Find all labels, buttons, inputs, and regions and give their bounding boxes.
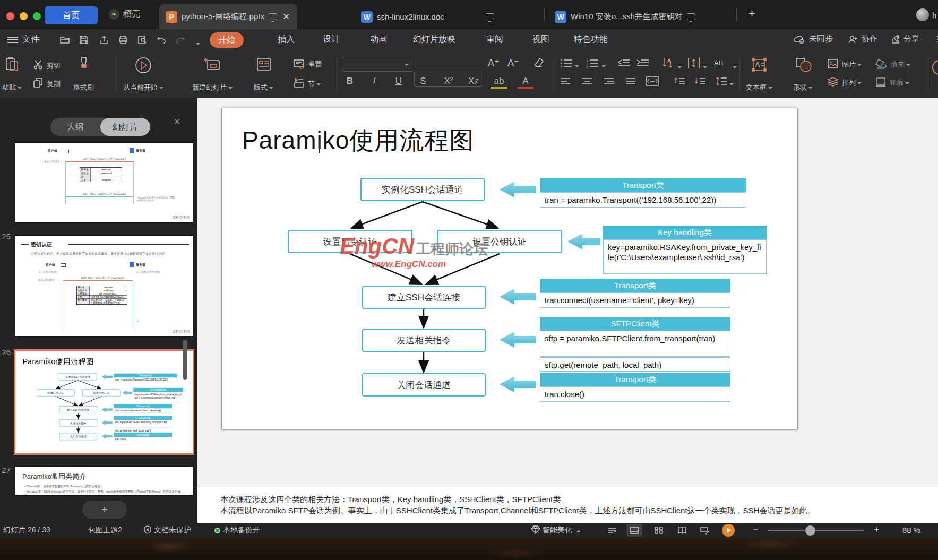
new-slide-button[interactable]: 新建幻灯片	[192, 56, 233, 92]
present-on-monitor-icon[interactable]	[269, 13, 277, 20]
clear-format-icon[interactable]	[532, 57, 545, 71]
tab-review[interactable]: 审阅	[486, 34, 503, 45]
panel-code-transport-connect[interactable]: tran.connect(username=‘client’, pkey=key…	[540, 292, 730, 308]
add-slide-button[interactable]: +	[82, 501, 127, 519]
align-left-icon[interactable]	[560, 77, 571, 89]
slide-thumbnail-26-selected[interactable]: Paramiko使用流程图	[14, 349, 194, 455]
zoom-in-button[interactable]: +	[874, 524, 880, 536]
tab-insert[interactable]: 插入	[278, 34, 295, 45]
font-name-select[interactable]	[342, 57, 412, 72]
align-center-icon[interactable]	[581, 77, 593, 89]
sidebar-close-icon[interactable]: ×	[174, 116, 180, 128]
tab-view[interactable]: 视图	[532, 34, 549, 45]
panel-code-transport-init[interactable]: tran = paramiko.Transport(('192.168.56.1…	[540, 192, 746, 208]
play-from-current-button[interactable]: 从当前开始	[123, 56, 163, 92]
panel-code-sftp-from-transport[interactable]: sftp = paramiko.SFTPClient.from_transpor…	[540, 331, 730, 357]
paragraph-space-below-icon[interactable]	[694, 76, 707, 89]
paste-button[interactable]: 粘贴	[2, 56, 22, 92]
justify-icon[interactable]	[625, 77, 636, 89]
text-direction-icon[interactable]: A	[662, 57, 682, 72]
panel-header-sftpclient[interactable]: SFTPClient类	[540, 317, 730, 331]
highlight-color-button[interactable]: ab	[491, 76, 507, 89]
line-height-icon[interactable]	[715, 76, 734, 89]
panel-header-transport-close[interactable]: Transport类	[540, 373, 730, 386]
document-tab-2[interactable]: W ssh-linux2linux.doc	[355, 4, 501, 29]
bold-button[interactable]: B	[342, 76, 358, 87]
flow-box-establish-session[interactable]: 建立SSH会话连接	[362, 286, 486, 309]
panel-code-sftp-get[interactable]: sftp.get(remote_path, local_path)	[540, 357, 730, 372]
tab-slides[interactable]: 幻灯片	[100, 118, 150, 136]
tab-design[interactable]: 设计	[323, 34, 340, 45]
increase-indent-icon[interactable]	[636, 58, 650, 71]
play-slideshow-button[interactable]	[722, 524, 735, 537]
section-button[interactable]: 节	[293, 78, 321, 90]
flow-box-close-session[interactable]: 关闭会话通道	[362, 373, 486, 397]
flow-box-publickey-auth[interactable]: 设置公钥认证	[437, 230, 562, 253]
fill-button[interactable]: 填充	[875, 59, 910, 71]
numbered-list-icon[interactable]: 123	[586, 58, 606, 71]
decrease-font-button[interactable]: A⁻	[505, 57, 521, 69]
export-icon[interactable]	[98, 33, 110, 46]
quickbar-dropdown-icon[interactable]	[194, 39, 200, 48]
flow-box-instantiate-ssh[interactable]: 实例化SSH会话通道	[360, 178, 485, 201]
distribute-text-icon[interactable]	[646, 76, 659, 89]
redo-icon[interactable]	[174, 33, 187, 46]
mac-minimize-button[interactable]	[20, 12, 28, 20]
tab-start[interactable]: 开始	[210, 32, 244, 48]
slideshow-setup-button[interactable]	[696, 524, 712, 537]
tab-close-icon[interactable]: ✕	[281, 11, 291, 22]
docer-tab[interactable]: ❧ 稻壳	[109, 8, 140, 20]
character-spacing-button[interactable]: AB	[714, 59, 723, 67]
reading-view-button[interactable]	[674, 524, 690, 537]
cut-button[interactable]: 剪切	[33, 60, 61, 72]
format-painter-button[interactable]: 格式刷	[73, 56, 94, 92]
picture-button[interactable]: 图片	[827, 59, 862, 71]
tab-special-features[interactable]: 特色功能	[574, 34, 608, 45]
increase-font-button[interactable]: A⁺	[486, 57, 502, 69]
print-icon[interactable]	[117, 33, 130, 46]
save-icon[interactable]	[78, 33, 90, 46]
slide-thumbnail-25[interactable]: 密钥认证 公钥认证过程为：客户端发送携带数字签名的认证请求，服务器通过公钥解密数…	[14, 235, 194, 337]
paragraph-space-above-icon[interactable]	[673, 76, 686, 89]
slide-title[interactable]: Paramiko使用流程图	[242, 124, 474, 157]
local-backup-status[interactable]: 本地备份开	[214, 525, 260, 535]
layout-button[interactable]: 版式	[254, 56, 273, 92]
partial-right-icon[interactable]	[932, 60, 938, 75]
mac-close-button[interactable]	[6, 12, 14, 20]
line-spacing-icon[interactable]	[686, 57, 707, 72]
bullet-list-icon[interactable]	[560, 58, 579, 71]
open-folder-icon[interactable]	[58, 33, 71, 46]
align-right-icon[interactable]	[603, 77, 615, 89]
font-color-button[interactable]: A	[518, 76, 533, 89]
current-slide[interactable]: Paramiko使用流程图	[221, 108, 798, 430]
textbox-button[interactable]: A 文本框	[746, 56, 772, 92]
italic-button[interactable]: I	[366, 76, 382, 87]
hamburger-menu-icon[interactable]	[7, 37, 18, 38]
panel-code-transport-close[interactable]: tran.close()	[540, 386, 730, 402]
present-on-monitor-icon[interactable]	[486, 13, 494, 20]
decrease-indent-icon[interactable]	[617, 58, 631, 71]
home-tab[interactable]: 首页	[45, 6, 98, 24]
slide-thumbnail-24[interactable]: 客户端 服务器 SSH_MSG_USERAUTH_REQUEST 发起认证请求。…	[14, 142, 194, 223]
share-button[interactable]: 分享	[891, 34, 919, 44]
smart-beautify-button[interactable]: 智能美化	[531, 525, 581, 535]
tab-outline[interactable]: 大纲	[50, 118, 100, 136]
zoom-out-button[interactable]: −	[753, 524, 759, 536]
flow-box-password-auth[interactable]: 设置口令认证	[288, 230, 412, 253]
superscript-button[interactable]: X²	[441, 76, 457, 87]
arrange-button[interactable]: 排列	[827, 77, 862, 89]
reset-button[interactable]: 重置	[293, 59, 322, 71]
shapes-button[interactable]: 形状	[793, 56, 813, 92]
document-tab-3[interactable]: W Win10 安装o...ssh并生成密钥对	[548, 4, 702, 29]
document-protection-status[interactable]: 文档未保护	[143, 525, 191, 535]
undo-icon[interactable]	[155, 33, 168, 46]
panel-header-transport[interactable]: Transport类	[540, 178, 746, 192]
mac-zoom-button[interactable]	[33, 12, 41, 20]
tab-animation[interactable]: 动画	[370, 34, 387, 45]
strikethrough-button[interactable]: S	[415, 76, 431, 87]
panel-header-transport-connect[interactable]: Transport类	[540, 279, 730, 292]
panel-header-key-handling[interactable]: Key handling类	[603, 226, 767, 239]
zoom-slider-handle[interactable]	[805, 525, 815, 536]
print-preview-icon[interactable]	[136, 33, 149, 46]
document-tab-active[interactable]: P python-5-网络编程.pptx ✕	[159, 4, 297, 29]
